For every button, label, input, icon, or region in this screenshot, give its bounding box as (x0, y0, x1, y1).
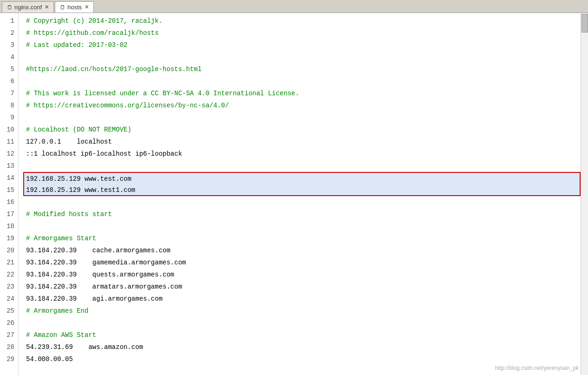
line-number: 6 (4, 75, 14, 87)
line-number: 23 (4, 281, 14, 293)
scrollbar-thumb[interactable] (581, 14, 588, 33)
line-number: 29 (4, 353, 14, 365)
file-icon-hosts: 🗒 (60, 4, 65, 11)
tab-hosts[interactable]: 🗒 hosts ✕ (55, 1, 94, 13)
line-number: 7 (4, 87, 14, 99)
code-line (24, 160, 581, 172)
code-line: # This work is licensed under a CC BY-NC… (24, 87, 581, 99)
code-line: # Amazon AWS Start (24, 329, 581, 341)
line-number: 19 (4, 232, 14, 244)
line-number: 16 (4, 196, 14, 208)
code-line (24, 51, 581, 63)
line-number: 10 (4, 124, 14, 136)
code-line: # https://creativecommons.org/licenses/b… (24, 99, 581, 112)
code-line: # Last updated: 2017-03-02 (24, 39, 581, 51)
code-line: # Armorgames End (24, 305, 581, 317)
line-number: 1 (4, 15, 14, 27)
line-number: 17 (4, 208, 14, 220)
line-number: 27 (4, 329, 14, 341)
file-icon-nginx: 🗒 (7, 4, 13, 11)
tab-close-hosts[interactable]: ✕ (85, 4, 89, 10)
line-number: 26 (4, 317, 14, 329)
line-number: 2 (4, 27, 14, 39)
code-line: 54.000.00.05 (24, 353, 581, 365)
line-number: 28 (4, 341, 14, 353)
editor-body: 1234567891011121314151617181920212223242… (0, 13, 588, 375)
line-number: 21 (4, 257, 14, 269)
scrollbar[interactable] (581, 13, 588, 375)
line-number: 3 (4, 39, 14, 51)
code-line: # Modified hosts start (24, 208, 581, 220)
code-line: # https://github.com/racaljk/hosts (24, 27, 581, 39)
code-line: 93.184.220.39 armatars.armorgames.com (24, 281, 581, 293)
tab-close-nginx[interactable]: ✕ (45, 4, 49, 10)
code-line (24, 220, 581, 232)
line-number: 14 (4, 172, 14, 184)
code-line: 192.168.25.129 www.test.com (23, 172, 581, 184)
line-numbers: 1234567891011121314151617181920212223242… (0, 13, 19, 375)
line-number: 4 (4, 51, 14, 63)
editor-window: 🗒 nginx.conf ✕ 🗒 hosts ✕ 123456789101112… (0, 0, 588, 375)
code-line (24, 317, 581, 329)
line-number: 11 (4, 136, 14, 148)
code-area[interactable]: # Copyright (c) 2014-2017, racaljk.# htt… (19, 13, 581, 375)
line-number: 5 (4, 63, 14, 75)
code-line: #https://laod.cn/hosts/2017-google-hosts… (24, 63, 581, 75)
code-line (24, 75, 581, 87)
code-line: 93.184.220.39 agi.armorgames.com (24, 293, 581, 305)
code-line: 93.184.220.39 quests.armorgames.com (24, 269, 581, 281)
code-line: # Localhost (DO NOT REMOVE) (24, 124, 581, 136)
line-number: 18 (4, 220, 14, 232)
watermark: http://blog.csdn.net/yerenyuan_pk (495, 365, 579, 371)
line-number: 9 (4, 112, 14, 124)
code-line: 93.184.220.39 gamemedia.armorgames.com (24, 257, 581, 269)
code-line: ::1 localhost ip6-localhost ip6-loopback (24, 148, 581, 160)
tab-nginx-conf[interactable]: 🗒 nginx.conf ✕ (2, 1, 54, 13)
code-line (24, 196, 581, 208)
code-line: 93.184.220.39 cache.armorgames.com (24, 244, 581, 257)
line-number: 20 (4, 244, 14, 257)
tab-label-hosts: hosts (67, 4, 82, 11)
code-line: 192.168.25.129 www.test1.com (23, 184, 581, 196)
line-number: 25 (4, 305, 14, 317)
code-line: 127.0.0.1 localhost (24, 136, 581, 148)
tab-label-nginx: nginx.conf (14, 4, 42, 11)
tab-bar: 🗒 nginx.conf ✕ 🗒 hosts ✕ (0, 0, 588, 13)
code-line: 54.239.31.69 aws.amazon.com (24, 341, 581, 353)
code-line: # Copyright (c) 2014-2017, racaljk. (24, 15, 581, 27)
code-line: # Armorgames Start (24, 232, 581, 244)
code-line (24, 112, 581, 124)
line-number: 24 (4, 293, 14, 305)
line-number: 8 (4, 99, 14, 112)
line-number: 12 (4, 148, 14, 160)
line-number: 13 (4, 160, 14, 172)
line-number: 22 (4, 269, 14, 281)
line-number: 15 (4, 184, 14, 196)
